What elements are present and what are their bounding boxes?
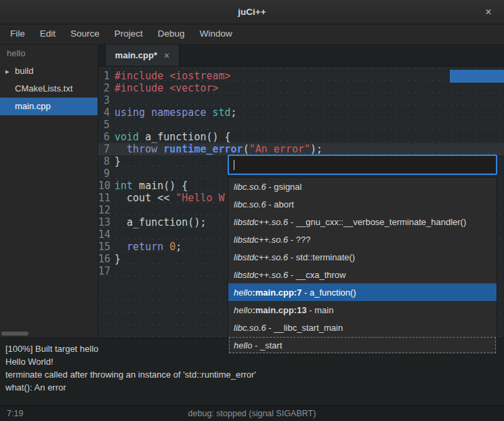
menu-item-edit[interactable]: Edit — [33, 24, 63, 44]
code-segment: ); — [310, 143, 322, 155]
stack-frame-item[interactable]: libstdc++.so.6 - ??? — [228, 230, 497, 248]
tab-label: main.cpp* — [115, 50, 157, 60]
code-text: #include <vector> — [114, 82, 219, 94]
code-text: a_function(); — [114, 216, 206, 228]
code-text: using namespace std; — [114, 106, 237, 119]
frame-function: std::terminate() — [296, 252, 355, 262]
line-number: 8 — [98, 155, 114, 167]
line-number: 13 — [98, 216, 114, 228]
separator-text: - — [307, 305, 315, 315]
sidebar-item-cmakelists-txt[interactable]: CMakeLists.txt — [0, 80, 98, 98]
frame-function: __cxa_throw — [296, 270, 346, 280]
code-text: int main() { — [114, 180, 188, 192]
stack-list: libc.so.6 - gsignallibc.so.6 - abortlibs… — [228, 177, 497, 355]
stack-frame-item[interactable]: libc.so.6 - __libc_start_main — [228, 319, 497, 336]
close-icon[interactable]: × — [482, 5, 495, 19]
window-title: juCi++ — [238, 7, 266, 17]
code-text: cout << "Hello W — [114, 192, 225, 204]
filter-input[interactable] — [228, 155, 497, 175]
output-line: what(): An error — [5, 381, 499, 394]
stack-frame-item[interactable]: hello:main.cpp:13 - main — [228, 301, 497, 319]
code-segment: #include <iostream> — [114, 70, 231, 82]
line-number: 5 — [98, 119, 114, 131]
separator-text: - — [252, 340, 260, 350]
code-segment: int — [114, 180, 133, 192]
tab-close-icon[interactable]: × — [164, 50, 169, 61]
separator-text: - — [288, 235, 296, 245]
frame-function: __libc_start_main — [274, 323, 343, 333]
menu-item-source[interactable]: Source — [63, 24, 107, 44]
file-label: main.cpp — [15, 101, 51, 111]
line-number: 1 — [98, 70, 114, 82]
stack-frame-item[interactable]: libstdc++.so.6 - __cxa_throw — [228, 266, 497, 283]
line-number: 4 — [98, 106, 114, 119]
separator-text: - — [266, 323, 274, 333]
stack-frame-item[interactable]: libc.so.6 - gsignal — [228, 178, 497, 195]
stack-frame-item[interactable]: hello - _start — [228, 336, 497, 354]
frame-function: abort — [274, 199, 294, 209]
code-line-4: 4using namespace std; — [98, 106, 504, 119]
tab-main-cpp[interactable]: main.cpp* × — [105, 45, 180, 66]
separator-text: - — [288, 270, 296, 280]
line-number: 2 — [98, 82, 114, 94]
code-segment: a_function() { — [139, 131, 230, 143]
separator-text: - — [301, 287, 310, 298]
scrollbar-thumb[interactable] — [450, 70, 504, 83]
sidebar-item-main-cpp[interactable]: main.cpp — [0, 98, 98, 115]
menu-item-file[interactable]: File — [3, 24, 33, 44]
code-text: } — [114, 253, 121, 265]
status-bar: 7:19 debug: stopped (signal SIGABRT) — [0, 405, 504, 421]
separator-text: - — [288, 252, 296, 262]
separator-text: - — [266, 199, 274, 209]
output-line: Hello World! — [5, 355, 499, 368]
code-segment: 0 — [169, 241, 175, 253]
stack-trace-popup: libc.so.6 - gsignallibc.so.6 - abortlibs… — [228, 155, 497, 355]
frame-function: _start — [260, 340, 282, 350]
sidebar-item-build[interactable]: ▸build — [0, 62, 98, 80]
menu-bar: FileEditSourceProjectDebugWindow — [0, 24, 504, 45]
code-segment: ; — [175, 241, 182, 253]
code-segment: runtime_error — [163, 143, 243, 155]
project-name: hello — [0, 45, 98, 62]
menu-item-window[interactable]: Window — [192, 24, 240, 44]
code-segment — [114, 143, 127, 155]
code-segment: } — [114, 155, 121, 167]
code-segment: "An error" — [249, 143, 310, 155]
code-segment: ( — [243, 143, 249, 155]
file-label: build — [15, 66, 33, 76]
frame-location: :main.cpp:13 — [252, 305, 306, 315]
code-text: } — [114, 155, 121, 167]
horizontal-scrollbar-thumb[interactable] — [1, 332, 28, 336]
frame-library: libc.so.6 — [234, 199, 266, 209]
frame-location: :main.cpp:7 — [252, 287, 301, 298]
stack-frame-item[interactable]: libc.so.6 - abort — [228, 195, 497, 213]
code-segment: throw — [127, 143, 157, 155]
code-text: throw runtime_error("An error"); — [114, 143, 322, 155]
code-segment — [157, 143, 163, 155]
line-number: 9 — [98, 167, 114, 180]
stack-frame-item[interactable]: libstdc++.so.6 - std::terminate() — [228, 248, 497, 266]
debug-status: debug: stopped (signal SIGABRT) — [0, 409, 504, 418]
frame-function: main — [314, 305, 333, 315]
stack-frame-item[interactable]: libstdc++.so.6 - __gnu_cxx::__verbose_te… — [228, 213, 497, 230]
line-number: 11 — [98, 192, 114, 204]
code-segment: ; — [231, 106, 237, 119]
sidebar: hello ▸buildCMakeLists.txtmain.cpp — [0, 45, 98, 338]
code-segment: #include <vector> — [114, 82, 219, 94]
line-number: 6 — [98, 131, 114, 143]
line-number: 12 — [98, 204, 114, 216]
frame-library: hello — [234, 305, 252, 315]
code-line-3: 3 — [98, 94, 504, 106]
frame-library: hello — [234, 287, 252, 298]
title-bar: juCi++ × — [0, 0, 504, 24]
output-line: terminate called after throwing an insta… — [5, 368, 499, 381]
menu-item-project[interactable]: Project — [107, 24, 150, 44]
separator-text: - — [266, 182, 274, 192]
stack-frame-item[interactable]: hello:main.cpp:7 - a_function() — [228, 283, 497, 301]
code-segment: std — [213, 106, 231, 119]
code-segment: return — [127, 241, 163, 253]
frame-function: gsignal — [274, 182, 301, 192]
code-text: void a_function() { — [114, 131, 231, 143]
menu-item-debug[interactable]: Debug — [150, 24, 192, 44]
code-segment — [163, 241, 169, 253]
